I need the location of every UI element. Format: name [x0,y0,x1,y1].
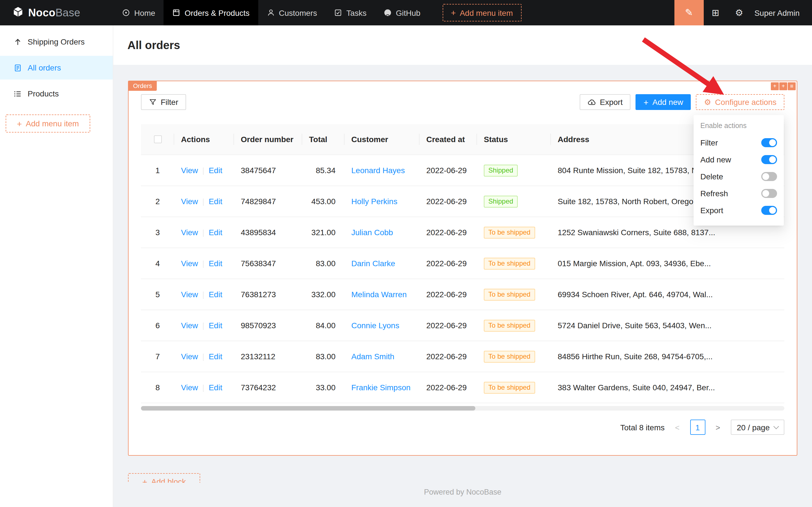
export-button[interactable]: Export [580,94,631,110]
view-link[interactable]: View [181,352,198,361]
plus-icon: + [643,98,648,106]
edit-link[interactable]: Edit [209,352,222,361]
customer-link[interactable]: Holly Perkins [351,197,397,206]
customer-cell: Leonard Hayes [345,166,419,175]
view-link[interactable]: View [181,166,198,175]
customer-cell: Connie Lyons [345,321,419,330]
sidebar-item-products[interactable]: Products [0,82,113,106]
row-actions: ViewEdit [174,197,234,206]
customer-cell: Melinda Warren [345,290,419,299]
nav-item-customers[interactable]: Customers [258,0,325,25]
export-toggle[interactable] [761,206,777,215]
customer-link[interactable]: Leonard Hayes [351,166,405,175]
document-icon [13,63,22,72]
scrollbar-thumb[interactable] [141,406,476,410]
customer-link[interactable]: Frankie Simpson [351,383,410,392]
designer-menu-icon[interactable]: ≡ [788,82,796,90]
nav-item-tasks[interactable]: Tasks [325,0,375,25]
filter-toggle[interactable] [761,138,777,147]
dropdown-item-delete[interactable]: Delete [694,168,784,185]
address-cell: 383 Walter Gardens, Suite 040, 24947, Be… [551,383,785,392]
horizontal-scrollbar[interactable] [141,406,785,410]
ui-editor-button[interactable]: ✎ [675,0,704,25]
powered-by-footer: Powered by NocoBase [128,488,797,496]
customer-link[interactable]: Adam Smith [351,352,395,361]
user-menu[interactable]: Super Admin [754,8,800,17]
view-link[interactable]: View [181,228,198,237]
order-number-cell: 74829847 [234,197,302,206]
top-navbar: NocoBase Home Orders & Products Customer… [0,0,812,25]
order-number-cell: 73764232 [234,383,302,392]
customers-icon [267,8,275,17]
view-link[interactable]: View [181,321,198,330]
delete-toggle[interactable] [761,172,777,181]
row-index: 1 [141,166,174,175]
designer-add-icon[interactable]: + [771,82,779,90]
sidebar-item-shipping-orders[interactable]: Shipping Orders [0,30,113,54]
nav-item-github[interactable]: GitHub [375,0,429,25]
customer-link[interactable]: Melinda Warren [351,290,407,299]
page-size-value: 20 / page [737,423,770,432]
edit-link[interactable]: Edit [209,259,222,268]
edit-link[interactable]: Edit [209,290,222,299]
edit-link[interactable]: Edit [209,166,222,175]
tasks-icon [334,8,342,17]
order-number-cell: 75638347 [234,259,302,268]
dropdown-item-add-new[interactable]: Add new [694,151,784,168]
view-link[interactable]: View [181,383,198,392]
customer-link[interactable]: Darin Clarke [351,259,395,268]
dropdown-item-export[interactable]: Export [694,202,784,219]
plus-icon: + [17,119,22,128]
screenshot-viewport: NocoBase Home Orders & Products Customer… [0,0,812,507]
nav-item-home[interactable]: Home [113,0,164,25]
add-new-toggle[interactable] [761,155,777,164]
add-block-label: Add block [151,477,186,483]
sidebar-item-all-orders[interactable]: All orders [0,56,113,79]
page-size-select[interactable]: 20 / page [731,419,785,435]
row-actions: ViewEdit [174,352,234,361]
view-link[interactable]: View [181,290,198,299]
designer-initializer-icon[interactable]: + [779,82,787,90]
total-cell: 453.00 [302,197,345,206]
row-actions: ViewEdit [174,383,234,392]
dropdown-item-filter[interactable]: Filter [694,134,784,151]
nav-item-orders-products[interactable]: Orders & Products [164,0,258,25]
plugins-button[interactable]: ⊞ [704,0,728,25]
order-number-cell: 23132112 [234,352,302,361]
customer-link[interactable]: Connie Lyons [351,321,399,330]
configure-actions-button[interactable]: ⚙ Configure actions [696,94,785,110]
address-cell: 69934 Schoen River, Apt. 646, 49704, Wal… [551,290,785,299]
status-badge: To be shipped [484,350,535,362]
page-number-button[interactable]: 1 [690,419,705,435]
edit-link[interactable]: Edit [209,321,222,330]
navbar-add-menu-item-button[interactable]: + Add menu item [442,4,521,21]
filter-button-label: Filter [161,98,178,107]
customer-cell: Julian Cobb [345,228,419,237]
status-badge: To be shipped [484,320,535,331]
add-new-button[interactable]: + Add new [636,94,691,110]
refresh-toggle[interactable] [761,189,777,198]
edit-link[interactable]: Edit [209,197,222,206]
row-index: 4 [141,259,174,268]
action-divider [203,261,204,268]
add-block-button[interactable]: + Add block [128,473,200,483]
settings-button[interactable]: ⚙ [728,0,751,25]
nocobase-app: NocoBase Home Orders & Products Customer… [0,0,812,507]
edit-link[interactable]: Edit [209,383,222,392]
sidebar-add-menu-item-button[interactable]: + Add menu item [6,114,90,132]
view-link[interactable]: View [181,259,198,268]
table-header-row: Actions Order number Total Customer Crea… [141,124,785,155]
nocobase-logo[interactable]: NocoBase [0,6,113,19]
status-cell: To be shipped [477,226,551,238]
next-page-button[interactable]: > [710,419,726,435]
address-cell: 84856 Hirthe Run, Suite 268, 94754-6705,… [551,352,785,361]
filter-button[interactable]: Filter [141,94,186,110]
prev-page-button[interactable]: < [670,419,685,435]
block-designer-icons: + + ≡ [771,82,796,90]
dropdown-item-label: Export [700,206,723,215]
dropdown-item-refresh[interactable]: Refresh [694,185,784,202]
select-all-checkbox[interactable] [154,135,162,143]
customer-link[interactable]: Julian Cobb [351,228,393,237]
edit-link[interactable]: Edit [209,228,222,237]
view-link[interactable]: View [181,197,198,206]
